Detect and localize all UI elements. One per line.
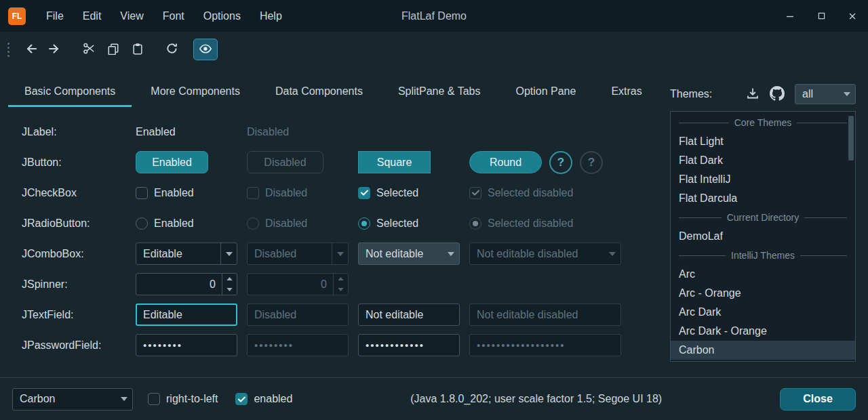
theme-item-arc-dark-orange[interactable]: Arc Dark - Orange (671, 322, 855, 341)
theme-item-arc-dark[interactable]: Arc Dark (671, 303, 855, 322)
minimize-button[interactable] (774, 0, 806, 32)
checkbox-selected[interactable]: Selected (358, 187, 469, 199)
separator-line (679, 123, 729, 123)
toolbar-grip[interactable] (5, 43, 12, 57)
combobox-value: Not editable disabled (470, 248, 604, 260)
checkbox-box-icon (247, 187, 259, 199)
combobox-value: Editable (136, 248, 220, 260)
tab-extras[interactable]: Extras (593, 77, 659, 107)
maximize-button[interactable] (806, 0, 837, 32)
paste-button[interactable] (125, 39, 150, 60)
theme-group-label: Current Directory (727, 212, 800, 223)
radio-icon (247, 217, 259, 230)
close-window-button[interactable] (837, 0, 868, 32)
password-dots: •••••••••••••••••• (477, 339, 566, 351)
radio-enabled[interactable]: Enabled (136, 217, 247, 230)
spinner-down-button (334, 285, 348, 295)
row-label: JComboBox: (22, 248, 136, 260)
jpasswordfield-row: JPasswordField: •••••••• •••••••• ••••••… (22, 330, 632, 360)
right-to-left-checkbox[interactable]: right-to-left (148, 393, 218, 405)
passwordfield-not-editable[interactable]: •••••••••••• (358, 334, 460, 356)
enabled-checkbox[interactable]: enabled (235, 393, 292, 405)
passwordfield-enabled[interactable]: •••••••• (136, 334, 237, 356)
checkbox-check-icon (235, 393, 248, 405)
row-label: JPasswordField: (22, 339, 136, 352)
back-button[interactable] (18, 39, 43, 60)
radio-selected-icon (358, 217, 370, 230)
chevron-down-icon (116, 389, 132, 410)
menu-file[interactable]: File (37, 0, 73, 32)
jcombobox-row: JComboBox: Editable Disabled Not editabl… (22, 238, 632, 269)
forward-button[interactable] (43, 39, 67, 60)
radio-selected[interactable]: Selected (358, 217, 469, 230)
menu-font[interactable]: Font (153, 0, 194, 32)
tab-option-pane[interactable]: Option Pane (498, 77, 593, 107)
tab-basic-components[interactable]: Basic Components (7, 77, 133, 107)
menu-help[interactable]: Help (250, 0, 292, 32)
textfield-editable[interactable]: Editable (136, 303, 237, 326)
combobox-value: Disabled (248, 248, 332, 260)
round-button[interactable]: Round (469, 151, 542, 173)
radio-label: Disabled (265, 217, 307, 230)
checkbox-label: Selected (376, 187, 418, 199)
window-controls (774, 0, 868, 32)
separator-line (679, 255, 726, 256)
enabled-button[interactable]: Enabled (136, 151, 208, 173)
download-themes-button[interactable] (742, 84, 764, 104)
github-button[interactable] (766, 84, 788, 104)
theme-item-carbon[interactable]: Carbon (671, 341, 855, 360)
lookandfeel-combobox[interactable]: Carbon (12, 388, 133, 411)
theme-item-demolaf[interactable]: DemoLaf (671, 227, 855, 246)
menu-view[interactable]: View (111, 0, 153, 32)
themes-filter-combobox[interactable]: all (795, 84, 856, 104)
theme-group-separator: Current Directory (671, 208, 855, 227)
tab-data-components[interactable]: Data Components (258, 77, 380, 107)
textfield-not-editable[interactable]: Not editable (358, 303, 460, 326)
combobox-disabled: Disabled (247, 243, 349, 265)
passwordfield-not-editable-disabled: •••••••••••••••••• (469, 334, 621, 356)
theme-item-flat-intellij[interactable]: Flat IntelliJ (671, 170, 855, 189)
themes-list: Core Themes Flat Light Flat Dark Flat In… (670, 111, 856, 362)
combobox-not-editable[interactable]: Not editable (358, 243, 460, 265)
radio-selected-icon (469, 217, 481, 230)
cut-button[interactable] (77, 39, 101, 60)
square-button[interactable]: Square (358, 151, 431, 173)
spinner-up-button[interactable] (222, 274, 237, 285)
copy-button[interactable] (101, 39, 125, 60)
spinner-down-button[interactable] (222, 285, 237, 295)
chevron-down-icon (332, 243, 348, 264)
menu-options[interactable]: Options (194, 0, 250, 32)
spinner-up-button (334, 274, 348, 285)
tab-bar: Basic Components More Components Data Co… (7, 77, 660, 107)
tab-more-components[interactable]: More Components (133, 77, 258, 107)
checkbox-box-icon (148, 393, 160, 405)
tab-splitpane-tabs[interactable]: SplitPane & Tabs (380, 77, 498, 107)
checkbox-check-icon (469, 187, 481, 199)
close-button[interactable]: Close (780, 388, 856, 411)
show-details-toggle[interactable] (193, 39, 218, 60)
chevron-down-icon[interactable] (220, 243, 237, 264)
themes-label: Themes: (670, 88, 712, 100)
row-label: JRadioButton: (22, 217, 136, 230)
menu-edit[interactable]: Edit (73, 0, 111, 32)
checkbox-enabled[interactable]: Enabled (136, 187, 247, 199)
combobox-editable[interactable]: Editable (136, 243, 237, 265)
flatlaf-demo-window: FL File Edit View Font Options Help Flat… (0, 0, 868, 420)
combobox-value: all (795, 88, 839, 100)
theme-item-flat-darcula[interactable]: Flat Darcula (671, 189, 855, 208)
theme-item-flat-light[interactable]: Flat Light (671, 132, 855, 151)
theme-item-arc-orange[interactable]: Arc - Orange (671, 284, 855, 303)
checkbox-label: Disabled (265, 187, 307, 199)
jlabel-row: JLabel: Enabled Disabled (22, 117, 632, 147)
tab-label: Basic Components (24, 85, 115, 97)
scrollbar-thumb[interactable] (848, 116, 854, 161)
chevron-down-icon (604, 243, 620, 264)
refresh-button[interactable] (159, 39, 184, 60)
theme-item-flat-dark[interactable]: Flat Dark (671, 151, 855, 170)
checkbox-disabled: Disabled (247, 187, 358, 199)
help-button[interactable]: ? (549, 151, 572, 174)
tab-label: SplitPane & Tabs (398, 85, 481, 97)
theme-item-arc[interactable]: Arc (671, 265, 855, 284)
spinner-enabled[interactable]: 0 (136, 273, 237, 295)
passwordfield-disabled: •••••••• (247, 334, 349, 356)
